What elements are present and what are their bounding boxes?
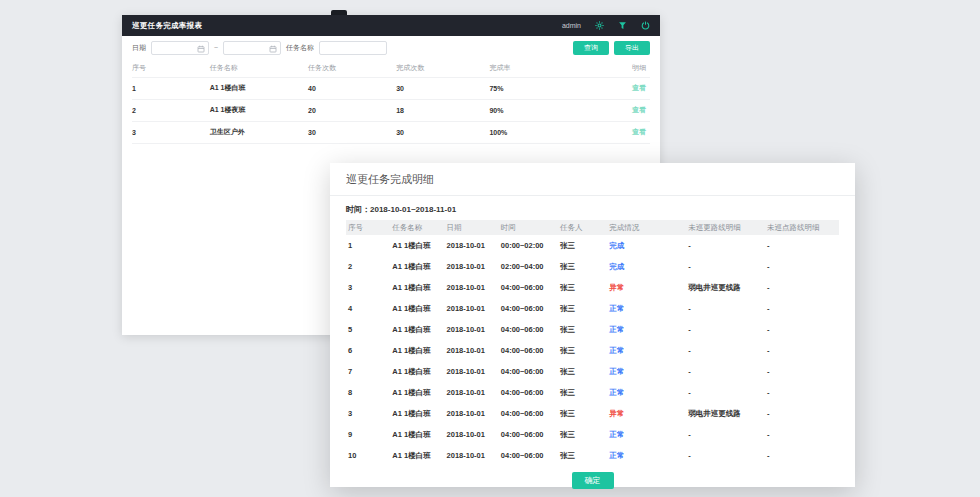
cell-task-count: 40 <box>308 77 396 99</box>
date-to-field[interactable] <box>223 41 281 55</box>
cell-time: 04:00~06:00 <box>499 340 558 361</box>
cell-missed-route: - <box>686 361 765 382</box>
status-text: 正常 <box>609 430 624 439</box>
column-header: 时间 <box>499 220 558 235</box>
query-button[interactable]: 查询 <box>573 41 609 55</box>
export-button[interactable]: 导出 <box>614 41 650 55</box>
confirm-button[interactable]: 确定 <box>572 472 614 489</box>
column-header: 未巡点路线明细 <box>765 220 839 235</box>
cell-no: 2 <box>132 99 210 121</box>
date-from-field[interactable] <box>151 41 209 55</box>
cell-missed-route: - <box>686 382 765 403</box>
filter-bar: 日期 ~ 任务名称 查询 导出 <box>122 36 660 59</box>
cell-missed-route: - <box>686 256 765 277</box>
cell-person: 张三 <box>558 256 607 277</box>
cell-no: 10 <box>346 445 390 466</box>
window-title: 巡更任务完成率报表 <box>132 21 202 31</box>
cell-person: 张三 <box>558 403 607 424</box>
cell-missed-route: - <box>686 319 765 340</box>
cell-time: 04:00~06:00 <box>499 403 558 424</box>
cell-person: 张三 <box>558 382 607 403</box>
table-row: 6 A1 1楼白班 2018-10-01 04:00~06:00 张三 正常 -… <box>346 340 839 361</box>
cell-time: 04:00~06:00 <box>499 298 558 319</box>
calendar-icon <box>197 39 205 57</box>
cell-date: 2018-10-01 <box>445 445 499 466</box>
user-name: admin <box>562 22 581 29</box>
view-detail-link[interactable]: 查看 <box>632 106 646 113</box>
column-header: 任务名称 <box>210 59 308 77</box>
cell-person: 张三 <box>558 319 607 340</box>
date-to-input[interactable] <box>227 44 269 51</box>
cell-date: 2018-10-01 <box>445 235 499 256</box>
cell-no: 7 <box>346 361 390 382</box>
table-row: 1 A1 1楼白班 2018-10-01 00:00~02:00 张三 完成 -… <box>346 235 839 256</box>
view-detail-link[interactable]: 查看 <box>632 128 646 135</box>
date-from-input[interactable] <box>155 44 197 51</box>
status-text: 正常 <box>609 325 624 334</box>
cell-missed-point: - <box>765 403 839 424</box>
cell-person: 张三 <box>558 277 607 298</box>
modal-title: 巡更任务完成明细 <box>330 163 855 196</box>
cell-time: 04:00~06:00 <box>499 277 558 298</box>
column-header: 完成情况 <box>607 220 686 235</box>
cell-missed-route: - <box>686 445 765 466</box>
cell-time: 00:00~02:00 <box>499 235 558 256</box>
detail-table: 序号 任务名称 日期 时间 任务人 完成情况 未巡更路线明细 未巡点路线明细 1… <box>346 220 839 466</box>
column-header: 任务人 <box>558 220 607 235</box>
modal-footer: 确定 <box>330 472 855 489</box>
status-text: 异常 <box>609 283 624 292</box>
column-header: 未巡更路线明细 <box>686 220 765 235</box>
cell-no: 9 <box>346 424 390 445</box>
cell-missed-point: - <box>765 235 839 256</box>
cell-date: 2018-10-01 <box>445 340 499 361</box>
power-icon[interactable] <box>641 21 650 30</box>
view-detail-link[interactable]: 查看 <box>632 84 646 91</box>
funnel-icon[interactable] <box>618 21 627 30</box>
cell-done-count: 18 <box>396 99 489 121</box>
table-row: 9 A1 1楼白班 2018-10-01 04:00~06:00 张三 正常 -… <box>346 424 839 445</box>
status-text: 正常 <box>609 346 624 355</box>
window-titlebar: 巡更任务完成率报表 admin <box>122 15 660 36</box>
status-text: 完成 <box>609 241 624 250</box>
cell-missed-route: 弱电井巡更线路 <box>686 277 765 298</box>
cell-missed-route: 弱电井巡更线路 <box>686 403 765 424</box>
status-text: 异常 <box>609 409 624 418</box>
cell-person: 张三 <box>558 445 607 466</box>
task-name-label: 任务名称 <box>286 43 314 53</box>
cell-task-name: A1 1楼白班 <box>390 277 444 298</box>
cell-time: 04:00~06:00 <box>499 382 558 403</box>
column-header: 序号 <box>132 59 210 77</box>
cell-done-count: 30 <box>396 121 489 143</box>
cell-time: 02:00~04:00 <box>499 256 558 277</box>
gear-icon[interactable] <box>595 21 604 30</box>
task-name-input[interactable] <box>319 41 387 55</box>
cell-missed-point: - <box>765 340 839 361</box>
status-text: 正常 <box>609 304 624 313</box>
cell-task-name: A1 1楼白班 <box>390 319 444 340</box>
table-row: 2 A1 1楼夜班 20 18 90% 查看 <box>132 99 650 121</box>
table-row: 3 A1 1楼白班 2018-10-01 04:00~06:00 张三 异常 弱… <box>346 403 839 424</box>
cell-task-name: A1 1楼白班 <box>390 403 444 424</box>
cell-time: 04:00~06:00 <box>499 424 558 445</box>
cell-time: 04:00~06:00 <box>499 361 558 382</box>
cell-time: 04:00~06:00 <box>499 319 558 340</box>
cell-date: 2018-10-01 <box>445 319 499 340</box>
cell-missed-point: - <box>765 319 839 340</box>
cell-time: 04:00~06:00 <box>499 445 558 466</box>
modal-time-range: 时间：2018-10-01~2018-11-01 <box>330 196 855 220</box>
report-table-header-row: 序号 任务名称 任务次数 完成次数 完成率 明细 <box>132 59 650 77</box>
status-text: 完成 <box>609 262 624 271</box>
cell-date: 2018-10-01 <box>445 277 499 298</box>
cell-rate: 100% <box>489 121 593 143</box>
date-range-separator: ~ <box>214 44 218 51</box>
table-row: 7 A1 1楼白班 2018-10-01 04:00~06:00 张三 正常 -… <box>346 361 839 382</box>
cell-person: 张三 <box>558 235 607 256</box>
cell-task-name: A1 1楼夜班 <box>210 99 308 121</box>
cell-task-name: 卫生区户外 <box>210 121 308 143</box>
column-header: 日期 <box>445 220 499 235</box>
cell-no: 6 <box>346 340 390 361</box>
cell-missed-route: - <box>686 235 765 256</box>
date-label: 日期 <box>132 43 146 53</box>
cell-missed-route: - <box>686 340 765 361</box>
table-row: 3 A1 1楼白班 2018-10-01 04:00~06:00 张三 异常 弱… <box>346 277 839 298</box>
